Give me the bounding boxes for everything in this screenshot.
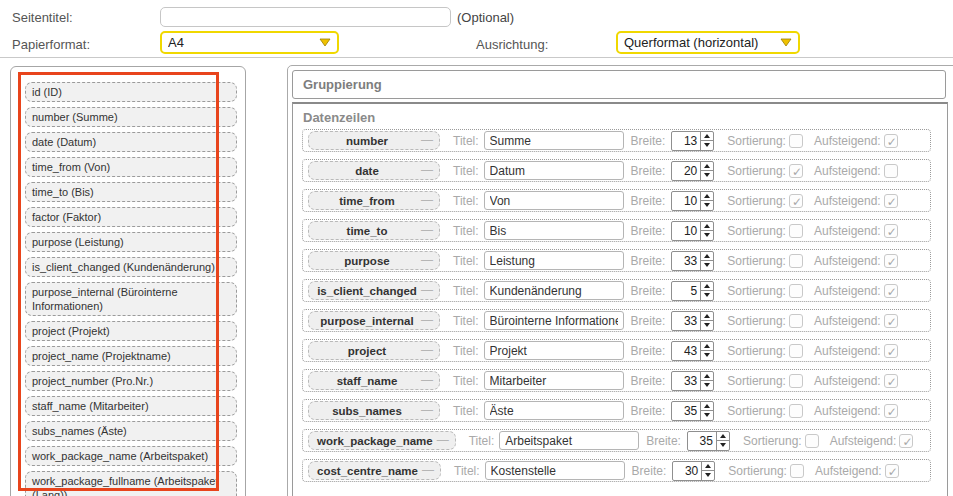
spinner-down-icon[interactable]	[717, 441, 729, 450]
titel-input[interactable]	[484, 371, 624, 390]
breite-value[interactable]: 35	[688, 432, 716, 450]
sortierung-checkbox[interactable]	[789, 224, 803, 238]
remove-field-icon[interactable]: —	[421, 133, 433, 147]
spinner-down-icon[interactable]	[701, 171, 713, 180]
field-pill[interactable]: purpose_internal —	[308, 311, 440, 330]
sortierung-checkbox[interactable]	[789, 374, 803, 388]
aufsteigend-checkbox[interactable]: ✓	[884, 314, 898, 328]
breite-value[interactable]: 30	[673, 462, 701, 480]
breite-value[interactable]: 33	[672, 372, 700, 390]
titel-input[interactable]	[484, 311, 624, 330]
breite-value[interactable]: 5	[672, 282, 700, 300]
aufsteigend-checkbox[interactable]: ✓	[899, 434, 913, 448]
remove-field-icon[interactable]: —	[421, 343, 433, 357]
field-item[interactable]: staff_name (Mitarbeiter)	[25, 396, 237, 416]
breite-value[interactable]: 35	[672, 402, 700, 420]
spinner-up-icon[interactable]	[701, 342, 713, 352]
aufsteigend-checkbox[interactable]: ✓	[884, 194, 898, 208]
field-item[interactable]: subs_names (Äste)	[25, 421, 237, 441]
spinner-down-icon[interactable]	[702, 471, 714, 480]
sortierung-checkbox[interactable]	[789, 284, 803, 298]
aufsteigend-checkbox[interactable]: ✓	[884, 134, 898, 148]
sortierung-checkbox[interactable]	[805, 434, 819, 448]
field-pill[interactable]: date —	[308, 161, 440, 180]
breite-value[interactable]: 13	[672, 132, 700, 150]
spinner-down-icon[interactable]	[701, 321, 713, 330]
spinner-up-icon[interactable]	[701, 222, 713, 232]
field-pill[interactable]: work_package_name —	[308, 431, 456, 450]
field-item[interactable]: date (Datum)	[25, 132, 237, 152]
spinner-up-icon[interactable]	[701, 282, 713, 292]
spinner-down-icon[interactable]	[701, 351, 713, 360]
spinner-up-icon[interactable]	[702, 462, 714, 472]
field-pill[interactable]: staff_name —	[308, 371, 440, 390]
aufsteigend-checkbox[interactable]: ✓	[884, 224, 898, 238]
aufsteigend-checkbox[interactable]: ✓	[884, 254, 898, 268]
field-pill[interactable]: cost_centre_name —	[308, 461, 441, 480]
titel-input[interactable]	[484, 131, 624, 150]
titel-input[interactable]	[484, 281, 624, 300]
titel-input[interactable]	[499, 431, 639, 450]
aufsteigend-checkbox[interactable]: ✓	[884, 374, 898, 388]
field-pill[interactable]: number —	[308, 131, 440, 150]
spinner-down-icon[interactable]	[701, 291, 713, 300]
aufsteigend-checkbox[interactable]: ✓	[884, 284, 898, 298]
aufsteigend-checkbox[interactable]: ✓	[884, 404, 898, 418]
field-item[interactable]: number (Summe)	[25, 107, 237, 127]
field-item[interactable]: project_name (Projektname)	[25, 346, 237, 366]
spinner-down-icon[interactable]	[701, 381, 713, 390]
remove-field-icon[interactable]: —	[421, 193, 433, 207]
spinner-down-icon[interactable]	[701, 231, 713, 240]
field-item[interactable]: project_number (Pro.Nr.)	[25, 371, 237, 391]
spinner-up-icon[interactable]	[701, 192, 713, 202]
sortierung-checkbox[interactable]	[789, 314, 803, 328]
sortierung-checkbox[interactable]	[789, 404, 803, 418]
field-item[interactable]: time_to (Bis)	[25, 182, 237, 202]
spinner-down-icon[interactable]	[701, 201, 713, 210]
titel-input[interactable]	[484, 341, 624, 360]
field-item[interactable]: purpose (Leistung)	[25, 232, 237, 252]
field-pill[interactable]: is_client_changed —	[308, 281, 440, 300]
field-pill[interactable]: time_to —	[308, 221, 440, 240]
remove-field-icon[interactable]: —	[421, 223, 433, 237]
remove-field-icon[interactable]: —	[421, 313, 433, 327]
spinner-down-icon[interactable]	[701, 141, 713, 150]
remove-field-icon[interactable]: —	[421, 373, 433, 387]
field-item[interactable]: factor (Faktor)	[25, 207, 237, 227]
titel-input[interactable]	[484, 161, 624, 180]
spinner-up-icon[interactable]	[701, 162, 713, 172]
spinner-up-icon[interactable]	[701, 372, 713, 382]
aufsteigend-checkbox[interactable]: ✓	[884, 344, 898, 358]
field-pill[interactable]: time_from —	[308, 191, 440, 210]
field-item[interactable]: project (Projekt)	[25, 321, 237, 341]
breite-value[interactable]: 43	[672, 342, 700, 360]
titel-input[interactable]	[484, 191, 624, 210]
remove-field-icon[interactable]: —	[421, 283, 433, 297]
sortierung-checkbox[interactable]	[789, 254, 803, 268]
breite-value[interactable]: 20	[672, 162, 700, 180]
titel-input[interactable]	[484, 401, 624, 420]
sortierung-checkbox[interactable]: ✓	[789, 164, 803, 178]
breite-value[interactable]: 10	[672, 222, 700, 240]
remove-field-icon[interactable]: —	[421, 253, 433, 267]
sortierung-checkbox[interactable]	[789, 134, 803, 148]
titel-input[interactable]	[484, 221, 624, 240]
field-item[interactable]: is_client_changed (Kundenänderung)	[25, 257, 237, 277]
sortierung-checkbox[interactable]	[789, 344, 803, 358]
titel-input[interactable]	[484, 251, 624, 270]
spinner-up-icon[interactable]	[701, 252, 713, 262]
paper-format-select[interactable]: A4	[160, 31, 339, 54]
spinner-down-icon[interactable]	[701, 411, 713, 420]
aufsteigend-checkbox[interactable]: ✓	[885, 464, 899, 478]
spinner-down-icon[interactable]	[701, 261, 713, 270]
sortierung-checkbox[interactable]: ✓	[789, 194, 803, 208]
field-item[interactable]: purpose_internal (Bürointerne Informatio…	[25, 282, 237, 316]
titel-input[interactable]	[485, 461, 625, 480]
field-pill[interactable]: project —	[308, 341, 440, 360]
orientation-select[interactable]: Querformat (horizontal)	[616, 31, 800, 54]
field-item[interactable]: time_from (Von)	[25, 157, 237, 177]
sortierung-checkbox[interactable]	[790, 464, 804, 478]
breite-value[interactable]: 33	[672, 312, 700, 330]
field-item[interactable]: id (ID)	[25, 82, 237, 102]
remove-field-icon[interactable]: —	[422, 463, 434, 477]
